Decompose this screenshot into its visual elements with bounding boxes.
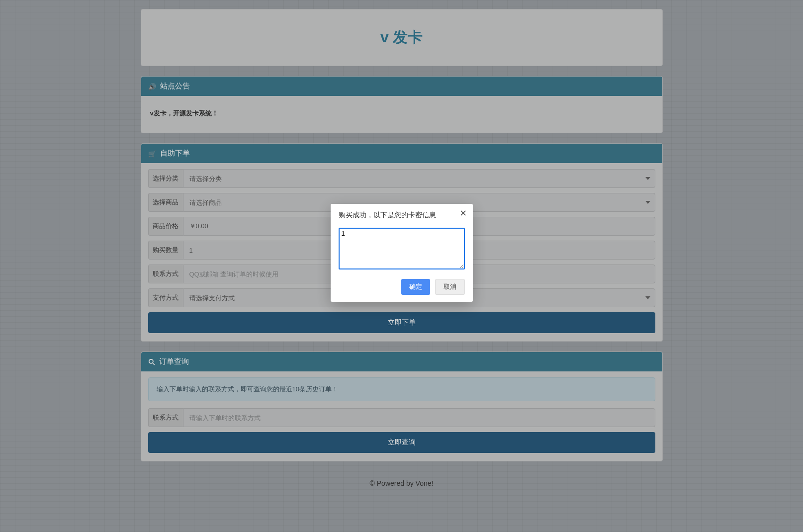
success-modal: 购买成功，以下是您的卡密信息 ✕ 确定 取消 xyxy=(331,204,473,302)
modal-title: 购买成功，以下是您的卡密信息 xyxy=(339,211,465,220)
card-info-textarea[interactable] xyxy=(339,228,465,269)
close-icon[interactable]: ✕ xyxy=(459,209,467,218)
modal-backdrop[interactable]: 购买成功，以下是您的卡密信息 ✕ 确定 取消 xyxy=(0,0,803,532)
cancel-button[interactable]: 取消 xyxy=(435,279,465,295)
ok-button[interactable]: 确定 xyxy=(401,279,430,295)
